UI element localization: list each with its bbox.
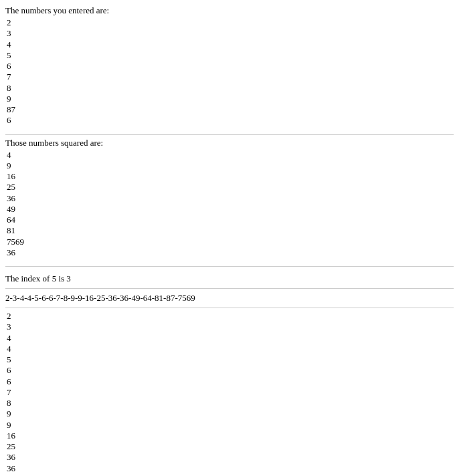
list-item: 5 <box>5 354 454 365</box>
sorted-numbers-section: 2344566789916253636496481877569 <box>5 308 454 476</box>
entered-numbers-heading: The numbers you entered are: <box>5 5 454 16</box>
list-item: 7 <box>5 72 454 82</box>
squared-numbers-heading: Those numbers squared are: <box>5 138 454 148</box>
list-item: 25 <box>5 182 454 193</box>
squared-numbers-list: 49162536496481756936 <box>5 150 454 259</box>
entered-numbers-list: 23456789876 <box>5 17 454 126</box>
list-item: 9 <box>5 408 454 419</box>
list-item: 6 <box>5 365 454 376</box>
squared-numbers-section: Those numbers squared are: 4916253649648… <box>5 138 454 267</box>
list-item: 64 <box>5 215 454 225</box>
list-item: 87 <box>5 104 454 115</box>
entered-numbers-section: The numbers you entered are: 23456789876 <box>5 5 454 135</box>
list-item: 36 <box>5 193 454 204</box>
list-item: 4 <box>5 39 454 50</box>
list-item: 4 <box>5 150 454 160</box>
list-item: 16 <box>5 171 454 182</box>
joined-text: 2-3-4-4-5-6-6-7-8-9-9-16-25-36-36-49-64-… <box>5 291 454 305</box>
list-item: 6 <box>5 61 454 72</box>
list-item: 6 <box>5 376 454 387</box>
joined-section: 2-3-4-4-5-6-6-7-8-9-9-16-25-36-36-49-64-… <box>5 289 454 308</box>
list-item: 3 <box>5 322 454 332</box>
list-item: 4 <box>5 333 454 344</box>
list-item: 6 <box>5 115 454 126</box>
index-section: The index of 5 is 3 <box>5 269 454 289</box>
index-text: The index of 5 is 3 <box>5 272 454 285</box>
list-item: 9 <box>5 420 454 431</box>
list-item: 8 <box>5 83 454 94</box>
list-item: 9 <box>5 94 454 104</box>
list-item: 9 <box>5 160 454 171</box>
list-item: 8 <box>5 398 454 408</box>
list-item: 16 <box>5 431 454 441</box>
list-item: 2 <box>5 311 454 322</box>
list-item: 36 <box>5 247 454 258</box>
list-item: 36 <box>5 452 454 463</box>
list-item: 36 <box>5 463 454 474</box>
sorted-numbers-list: 2344566789916253636496481877569 <box>5 311 454 476</box>
list-item: 7569 <box>5 237 454 247</box>
list-item: 49 <box>5 204 454 215</box>
list-item: 4 <box>5 344 454 354</box>
list-item: 2 <box>5 17 454 28</box>
list-item: 7 <box>5 387 454 398</box>
list-item: 25 <box>5 441 454 452</box>
list-item: 5 <box>5 50 454 61</box>
list-item: 3 <box>5 28 454 39</box>
list-item: 81 <box>5 225 454 236</box>
